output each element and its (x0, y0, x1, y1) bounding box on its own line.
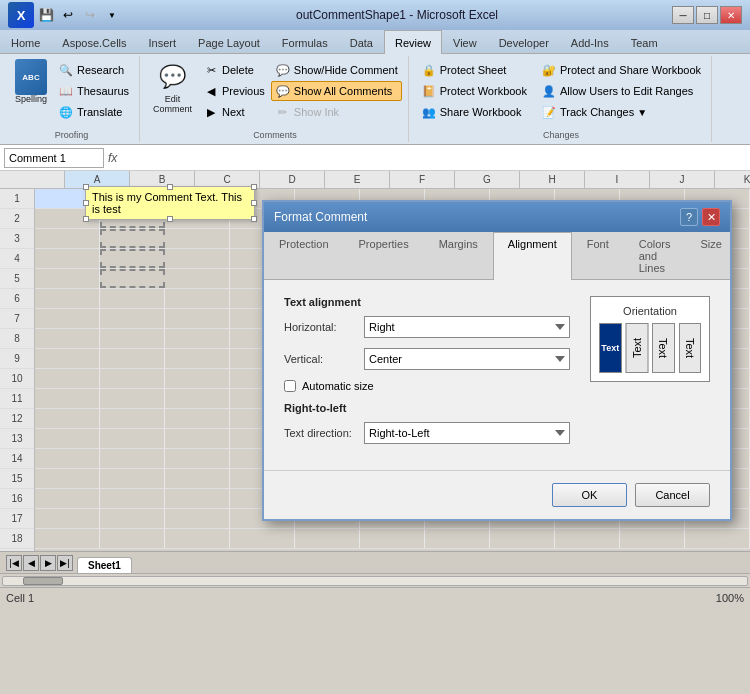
track-changes-btn[interactable]: 📝 Track Changes▼ (537, 102, 705, 122)
grid-cell[interactable] (100, 289, 165, 308)
automatic-size-checkbox[interactable] (284, 380, 296, 392)
scroll-track[interactable] (2, 576, 748, 586)
col-header-d[interactable]: D (260, 171, 325, 188)
grid-cell[interactable] (35, 509, 100, 528)
dialog-close-btn[interactable]: ✕ (702, 208, 720, 226)
grid-cell[interactable] (165, 469, 230, 488)
grid-cell[interactable] (100, 369, 165, 388)
grid-cell[interactable] (165, 529, 230, 548)
previous-btn[interactable]: ◀ Previous (199, 81, 269, 101)
grid-cell[interactable] (100, 269, 165, 288)
grid-cell[interactable] (165, 389, 230, 408)
sheet-nav-prev[interactable]: ◀ (23, 555, 39, 571)
tab-size[interactable]: Size (686, 232, 737, 279)
tab-font[interactable]: Font (572, 232, 624, 279)
tab-insert[interactable]: Insert (138, 30, 188, 54)
thesaurus-btn[interactable]: 📖 Thesaurus (54, 81, 133, 101)
format-comment-dialog[interactable]: Format Comment ? ✕ Protection Properties… (262, 200, 732, 521)
tab-addins[interactable]: Add-Ins (560, 30, 620, 54)
tab-aspose[interactable]: Aspose.Cells (51, 30, 137, 54)
tab-colors-lines[interactable]: Colors and Lines (624, 232, 686, 279)
orient-horizontal-btn[interactable]: Text (599, 323, 622, 373)
formula-input[interactable] (121, 148, 746, 168)
tab-properties[interactable]: Properties (344, 232, 424, 279)
grid-cell[interactable] (35, 329, 100, 348)
dialog-help-btn[interactable]: ? (680, 208, 698, 226)
minimize-btn[interactable]: ─ (672, 6, 694, 24)
grid-cell[interactable] (35, 469, 100, 488)
show-ink-btn[interactable]: ✏ Show Ink (271, 102, 402, 122)
grid-cell[interactable] (100, 249, 165, 268)
tab-review[interactable]: Review (384, 30, 442, 54)
grid-cell[interactable] (100, 429, 165, 448)
orient-vert1-btn[interactable]: Text (626, 323, 649, 373)
grid-cell[interactable] (165, 229, 230, 248)
resize-handle-bl[interactable] (83, 216, 89, 222)
horizontal-select[interactable]: Left Center Right Justify Distributed (364, 316, 570, 338)
resize-handle-tm[interactable] (167, 184, 173, 190)
resize-handle-bm[interactable] (167, 216, 173, 222)
share-workbook-btn[interactable]: 👥 Share Workbook (417, 102, 531, 122)
vertical-select[interactable]: Top Center Bottom Justify Distributed (364, 348, 570, 370)
grid-cell[interactable] (165, 369, 230, 388)
col-header-e[interactable]: E (325, 171, 390, 188)
research-btn[interactable]: 🔍 Research (54, 60, 133, 80)
grid-cell[interactable] (35, 309, 100, 328)
tab-developer[interactable]: Developer (488, 30, 560, 54)
show-hide-btn[interactable]: 💬 Show/Hide Comment (271, 60, 402, 80)
grid-cell[interactable] (165, 489, 230, 508)
col-header-h[interactable]: H (520, 171, 585, 188)
grid-cell[interactable] (165, 269, 230, 288)
grid-cell[interactable] (425, 529, 490, 548)
tab-pagelayout[interactable]: Page Layout (187, 30, 271, 54)
grid-cell[interactable] (100, 409, 165, 428)
grid-cell[interactable] (685, 529, 750, 548)
redo-quick-btn[interactable]: ↪ (80, 5, 100, 25)
protect-workbook-btn[interactable]: 📔 Protect Workbook (417, 81, 531, 101)
col-header-i[interactable]: I (585, 171, 650, 188)
grid-cell[interactable] (35, 229, 100, 248)
resize-handle-mr[interactable] (251, 200, 257, 206)
horizontal-scrollbar[interactable] (0, 573, 750, 587)
scroll-thumb[interactable] (23, 577, 63, 585)
col-header-g[interactable]: G (455, 171, 520, 188)
grid-cell[interactable] (165, 509, 230, 528)
grid-cell[interactable] (100, 449, 165, 468)
restore-btn[interactable]: □ (696, 6, 718, 24)
grid-cell[interactable] (100, 509, 165, 528)
grid-cell[interactable] (35, 389, 100, 408)
sheet-nav-first[interactable]: |◀ (6, 555, 22, 571)
grid-cell[interactable] (165, 349, 230, 368)
grid-cell[interactable] (35, 429, 100, 448)
customize-quick-btn[interactable]: ▼ (102, 5, 122, 25)
tab-formulas[interactable]: Formulas (271, 30, 339, 54)
save-quick-btn[interactable]: 💾 (36, 5, 56, 25)
tab-web[interactable]: Web (737, 232, 750, 279)
col-header-k[interactable]: K (715, 171, 750, 188)
grid-cell[interactable] (35, 269, 100, 288)
grid-cell[interactable] (100, 489, 165, 508)
grid-cell[interactable] (35, 529, 100, 548)
tab-alignment[interactable]: Alignment (493, 232, 572, 280)
resize-handle-br[interactable] (251, 216, 257, 222)
sheet-tab-sheet1[interactable]: Sheet1 (77, 557, 132, 573)
translate-btn[interactable]: 🌐 Translate (54, 102, 133, 122)
name-box[interactable] (4, 148, 104, 168)
grid-cell[interactable] (35, 369, 100, 388)
allow-users-btn[interactable]: 👤 Allow Users to Edit Ranges (537, 81, 705, 101)
grid-cell[interactable] (35, 249, 100, 268)
protect-sheet-btn[interactable]: 🔒 Protect Sheet (417, 60, 531, 80)
edit-comment-btn[interactable]: 💬 EditComment (148, 58, 197, 117)
sheet-nav-last[interactable]: ▶| (57, 555, 73, 571)
grid-cell[interactable] (165, 289, 230, 308)
tab-protection[interactable]: Protection (264, 232, 344, 279)
grid-cell[interactable] (100, 229, 165, 248)
grid-cell[interactable] (295, 529, 360, 548)
grid-cell[interactable] (35, 349, 100, 368)
undo-quick-btn[interactable]: ↩ (58, 5, 78, 25)
tab-home[interactable]: Home (0, 30, 51, 54)
grid-cell[interactable] (165, 449, 230, 468)
sheet-nav-next[interactable]: ▶ (40, 555, 56, 571)
resize-handle-ml[interactable] (83, 200, 89, 206)
grid-cell[interactable] (100, 529, 165, 548)
